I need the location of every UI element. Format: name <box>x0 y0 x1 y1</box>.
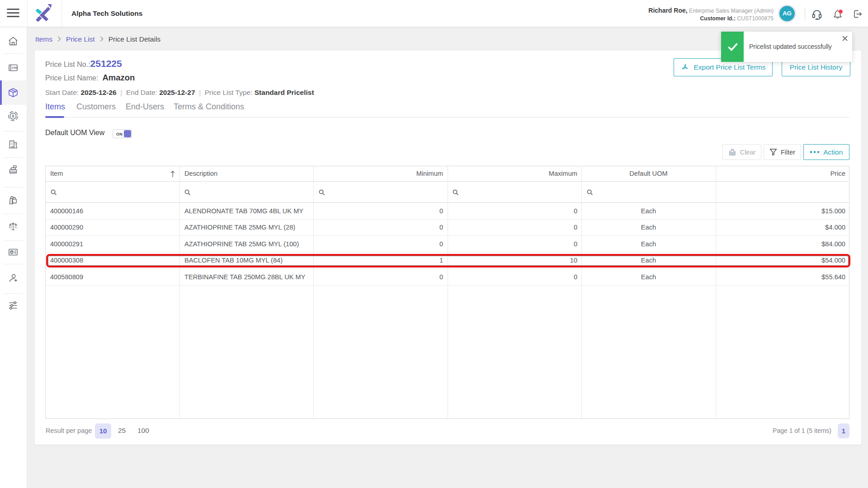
svg-text:$: $ <box>12 113 14 118</box>
svg-text:D: D <box>9 225 12 229</box>
svg-text:C: C <box>14 225 17 229</box>
svg-text:CRM: CRM <box>12 66 18 69</box>
